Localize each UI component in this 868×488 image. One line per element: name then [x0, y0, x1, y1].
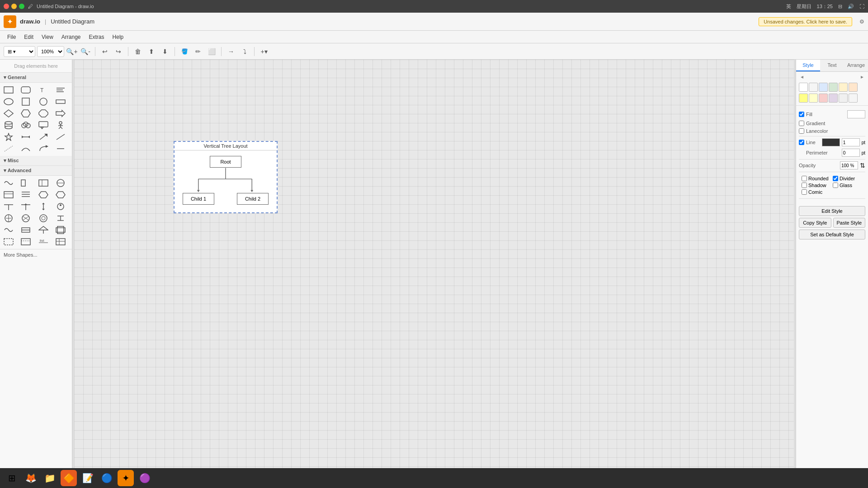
taskbar-apps-icon[interactable]: ⊞ — [4, 470, 20, 486]
perimeter-value-input[interactable] — [842, 149, 860, 157]
fill-color-button[interactable]: 🪣 — [179, 46, 190, 57]
set-default-style-button[interactable]: Set as Default Style — [799, 230, 865, 239]
color-lightgreen[interactable] — [829, 83, 838, 92]
shape-rounded-rect[interactable] — [19, 84, 33, 95]
color-yellow[interactable] — [799, 94, 808, 103]
shape-double-arrow[interactable] — [19, 131, 33, 142]
color-lightorange[interactable] — [849, 83, 858, 92]
connection-button[interactable]: → — [225, 46, 237, 57]
menu-extras[interactable]: Extras — [85, 33, 108, 42]
adv-shape-17[interactable] — [2, 225, 15, 235]
adv-shape-21[interactable] — [2, 236, 15, 247]
shape-text[interactable]: T — [37, 84, 50, 95]
menu-edit[interactable]: Edit — [20, 33, 37, 42]
waypoint-button[interactable]: ⤵ — [239, 46, 250, 57]
section-misc[interactable]: Misc — [0, 156, 72, 166]
taskbar-spark-icon[interactable]: 🔶 — [61, 470, 77, 486]
zoom-in-button[interactable]: 🔍+ — [66, 46, 78, 57]
adv-shape-5[interactable] — [2, 189, 15, 200]
adv-shape-19[interactable] — [37, 225, 50, 235]
toback-button[interactable]: ⬇ — [159, 46, 171, 57]
shape-horizontal-rect[interactable] — [54, 96, 67, 107]
line-width-input[interactable] — [842, 138, 860, 146]
color-pink[interactable] — [819, 94, 828, 103]
adv-shape-1[interactable] — [2, 178, 15, 188]
shape-star[interactable] — [2, 131, 15, 142]
color-verylightgray[interactable] — [839, 94, 848, 103]
adv-shape-15[interactable] — [37, 213, 50, 224]
more-shapes-link[interactable]: More Shapes... — [0, 249, 72, 260]
menu-help[interactable]: Help — [109, 33, 127, 42]
taskbar-drawio-icon[interactable]: ✦ — [118, 470, 134, 486]
tab-style[interactable]: Style — [796, 60, 820, 71]
tofront-button[interactable]: ⬆ — [146, 46, 157, 57]
shape-bent-arrow[interactable] — [37, 143, 50, 154]
tab-arrange[interactable]: Arrange — [844, 60, 868, 71]
doc-title[interactable]: Untitled Diagram — [51, 18, 94, 25]
insert-button[interactable]: +▾ — [258, 46, 270, 57]
adv-shape-11[interactable] — [37, 201, 50, 212]
node-root[interactable]: Root — [210, 156, 241, 168]
shape-octagon[interactable] — [37, 108, 50, 119]
tab-text[interactable]: Text — [820, 60, 844, 71]
adv-shape-7[interactable] — [37, 189, 50, 200]
copy-style-button[interactable]: Copy Style — [799, 218, 831, 228]
color-lavender[interactable] — [829, 94, 838, 103]
undo-button[interactable]: ↩ — [99, 46, 111, 57]
shape-square[interactable] — [19, 96, 33, 107]
shape-arrow-up-right[interactable] — [37, 131, 50, 142]
shape-line[interactable] — [54, 131, 67, 142]
adv-shape-16[interactable] — [54, 213, 67, 224]
fill-checkbox[interactable] — [799, 112, 804, 117]
adv-shape-12[interactable] — [54, 201, 67, 212]
color-lightyellow[interactable] — [839, 83, 848, 92]
opacity-stepper[interactable]: ⇅ — [860, 162, 865, 169]
shape-circle[interactable] — [37, 96, 50, 107]
adv-shape-13[interactable] — [2, 213, 15, 224]
color-next-button[interactable]: ▸ — [858, 73, 866, 81]
color-white[interactable] — [799, 83, 808, 92]
menu-arrange[interactable]: Arrange — [58, 33, 85, 42]
taskbar-notes-icon[interactable]: 📝 — [80, 470, 96, 486]
shape-arrow-right[interactable] — [54, 108, 67, 119]
adv-shape-8[interactable] — [54, 189, 67, 200]
zoom-out-button[interactable]: 🔍- — [80, 46, 91, 57]
paste-style-button[interactable]: Paste Style — [833, 218, 866, 228]
diagram-container[interactable]: Vertical Tree Layout Root Child 1 Child … — [174, 141, 278, 213]
adv-shape-6[interactable] — [19, 189, 33, 200]
adv-shape-3[interactable] — [37, 178, 50, 188]
lanecolor-checkbox[interactable] — [799, 128, 804, 134]
taskbar-files-icon[interactable]: 📁 — [42, 470, 58, 486]
taskbar-app2-icon[interactable]: 🔵 — [99, 470, 115, 486]
divider-checkbox[interactable] — [833, 176, 838, 181]
glass-checkbox[interactable] — [833, 183, 838, 188]
node-child2[interactable]: Child 2 — [237, 193, 269, 205]
view-select[interactable]: ⊞ ▾ — [4, 46, 35, 57]
shape-callout[interactable] — [37, 120, 50, 131]
shape-person[interactable] — [54, 120, 67, 131]
line-color-picker[interactable] — [822, 138, 840, 146]
fill-color-picker[interactable] — [847, 110, 865, 118]
adv-shape-14[interactable] — [19, 213, 33, 224]
taskbar-app3-icon[interactable]: 🟣 — [137, 470, 153, 486]
adv-shape-23[interactable]: list — [37, 236, 50, 247]
shape-cylinder[interactable] — [2, 120, 15, 131]
opacity-value-input[interactable] — [840, 161, 858, 169]
adv-shape-18[interactable] — [19, 225, 33, 235]
color-prev-button[interactable]: ◂ — [798, 73, 806, 81]
shape-diamond[interactable] — [2, 108, 15, 119]
delete-button[interactable]: 🗑 — [132, 46, 144, 57]
adv-shape-2[interactable] — [19, 178, 33, 188]
color-cream[interactable] — [809, 94, 818, 103]
rounded-checkbox[interactable] — [802, 176, 807, 181]
close-button[interactable] — [4, 4, 9, 9]
shape-diagonal-line[interactable] — [2, 143, 15, 154]
canvas[interactable]: Vertical Tree Layout Root Child 1 Child … — [74, 60, 794, 474]
shape-curve[interactable] — [19, 143, 33, 154]
shadow-button[interactable]: ⬜ — [206, 46, 217, 57]
color-lightgray[interactable] — [809, 83, 818, 92]
edit-style-button[interactable]: Edit Style — [799, 206, 865, 216]
adv-shape-20[interactable] — [54, 225, 67, 235]
shape-cloud[interactable] — [19, 120, 33, 131]
section-general[interactable]: General — [0, 73, 72, 83]
